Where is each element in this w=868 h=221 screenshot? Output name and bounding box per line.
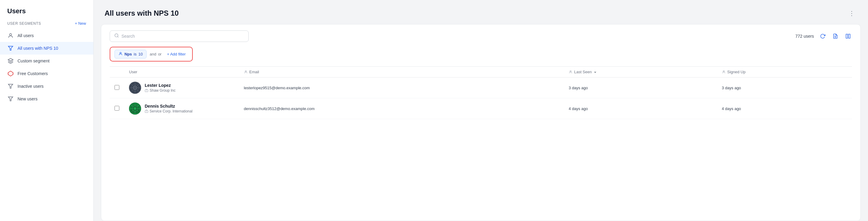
add-filter-button[interactable]: + Add filter (165, 51, 188, 58)
user-signedup-1: 3 days ago (717, 77, 852, 98)
page-title: All users with NPS 10 (104, 9, 179, 17)
svg-rect-9 (846, 34, 847, 38)
users-table: User Email Last Seen (110, 66, 852, 119)
filter-operator: is (134, 52, 136, 57)
svg-point-5 (115, 34, 118, 37)
main-content: All users with NPS 10 ⋮ 772 users (94, 0, 868, 221)
user-name-1: Lester Lopez (145, 83, 176, 88)
svg-line-6 (118, 36, 118, 37)
search-input[interactable] (121, 34, 244, 39)
svg-marker-3 (8, 84, 13, 88)
sidebar-item-label: Inactive users (18, 84, 43, 89)
search-actions-row: 772 users (110, 31, 852, 42)
sidebar-item-all-users-nps10[interactable]: All users with NPS 10 (0, 42, 93, 54)
col-header-email: Email (239, 67, 564, 77)
user-signedup-2: 4 days ago (717, 98, 852, 119)
person-icon (7, 32, 14, 39)
sidebar-item-custom-segment[interactable]: Custom segment (0, 54, 93, 67)
user-name-2: Dennis Schultz (145, 104, 192, 109)
filter-field: Nps (124, 52, 132, 57)
main-header: All users with NPS 10 ⋮ (94, 0, 868, 24)
table-row: Dennis Schultz Service Corp. Internation… (110, 98, 852, 119)
sidebar-item-label: Custom segment (18, 59, 50, 63)
svg-point-12 (245, 71, 246, 72)
user-email-1: lesterlopez9515@demo.example.com (239, 77, 564, 98)
filter-and: and (150, 52, 156, 57)
user-cell-2: Dennis Schultz Service Corp. Internation… (124, 98, 239, 119)
user-company-1: Shaw Group Inc (150, 88, 176, 93)
sidebar-item-inactive-users[interactable]: Inactive users (0, 80, 93, 93)
user-lastseen-1: 3 days ago (564, 77, 717, 98)
sidebar-item-label: Free Customers (18, 71, 48, 76)
refresh-button[interactable] (819, 32, 827, 40)
row-check-1[interactable] (110, 77, 124, 98)
person-filter-icon (118, 51, 123, 57)
users-count: 772 users (796, 34, 814, 39)
svg-point-11 (120, 52, 121, 54)
avatar-lester (129, 82, 141, 94)
table-row: Lester Lopez Shaw Group Inc lesterlopez9… (110, 77, 852, 98)
filter-icon (7, 83, 14, 89)
table-header-row: User Email Last Seen (110, 67, 852, 77)
hexagon-icon (7, 70, 14, 77)
user-cell-1: Lester Lopez Shaw Group Inc (124, 77, 239, 98)
col-header-check (110, 67, 124, 77)
filter-outline-icon (7, 96, 14, 102)
user-email-2: dennisschultz3512@demo.example.com (239, 98, 564, 119)
new-segment-button[interactable]: + New (75, 21, 86, 26)
col-header-user: User (124, 67, 239, 77)
export-button[interactable] (832, 32, 839, 40)
right-actions: 772 users (796, 32, 852, 40)
svg-marker-1 (8, 46, 13, 50)
svg-marker-4 (8, 97, 13, 101)
sidebar: Users User segments + New All users All … (0, 0, 94, 221)
filter-active-icon (7, 45, 14, 51)
filter-or: or (158, 52, 162, 57)
sidebar-app-title: Users (0, 7, 93, 21)
header-menu-button[interactable]: ⋮ (846, 8, 857, 18)
sidebar-item-label: All users (18, 33, 34, 38)
row-check-2[interactable] (110, 98, 124, 119)
filter-value: 10 (138, 52, 143, 57)
user-lastseen-2: 4 days ago (564, 98, 717, 119)
sidebar-section-label: User segments (7, 22, 41, 26)
sidebar-nav: All users All users with NPS 10 Custom s… (0, 29, 93, 105)
content-card-inner: 772 users (101, 25, 861, 119)
table-body: Lester Lopez Shaw Group Inc lesterlopez9… (110, 77, 852, 119)
search-box[interactable] (110, 31, 249, 42)
search-icon (114, 33, 119, 39)
sidebar-item-label: New users (18, 97, 37, 101)
col-header-signed-up: Signed Up (717, 67, 852, 77)
layers-icon (7, 58, 14, 64)
svg-rect-10 (849, 34, 850, 38)
svg-point-13 (570, 71, 571, 72)
svg-point-0 (10, 33, 12, 36)
svg-point-14 (723, 71, 724, 72)
filter-bar: Nps is 10 and or + Add filter (110, 47, 193, 62)
col-header-last-seen[interactable]: Last Seen (564, 67, 717, 77)
sidebar-section-header: User segments + New (0, 21, 93, 29)
avatar-dennis (129, 103, 141, 115)
svg-marker-2 (8, 71, 13, 76)
columns-button[interactable] (844, 32, 852, 40)
user-company-2: Service Corp. International (150, 109, 192, 113)
content-card: 772 users (101, 24, 861, 221)
sidebar-item-free-customers[interactable]: Free Customers (0, 67, 93, 80)
svg-point-32 (134, 107, 136, 110)
filter-logic: and or (150, 52, 161, 57)
sidebar-item-all-users[interactable]: All users (0, 29, 93, 42)
sidebar-item-new-users[interactable]: New users (0, 93, 93, 105)
sidebar-item-label: All users with NPS 10 (18, 46, 58, 51)
nps-filter-chip[interactable]: Nps is 10 (115, 50, 147, 59)
